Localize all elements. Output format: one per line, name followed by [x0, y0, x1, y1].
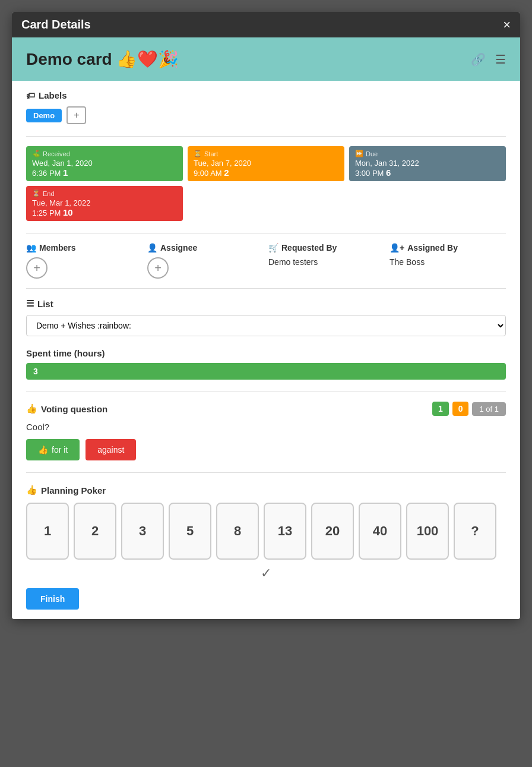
poker-card[interactable]: ?	[454, 503, 496, 560]
start-icon: ⏳	[194, 150, 202, 157]
poker-card[interactable]: 40	[359, 503, 401, 560]
requested-by-col: 🛒 Requested By Demo testers	[268, 243, 385, 267]
list-section: ☰ List Demo + Wishes :rainbow:	[26, 298, 506, 336]
poker-title: 👍 Planning Poker	[26, 485, 506, 495]
card-details-modal: Card Details × Demo card 👍❤️🎉 🔗 ☰ 🏷 Labe…	[12, 12, 520, 619]
chevron-down-icon[interactable]: ✓	[261, 566, 271, 581]
labels-row: Demo +	[26, 106, 506, 124]
add-assignee-button[interactable]: +	[147, 257, 169, 279]
spent-time-bar: 3	[26, 363, 506, 380]
assignee-icon: 👤	[147, 243, 157, 252]
labels-section: 🏷 Labels Demo +	[26, 90, 506, 124]
end-date: ⏳ End Tue, Mar 1, 20221:25 PM 10	[26, 186, 183, 221]
poker-icon: 👍	[26, 485, 37, 495]
finish-button[interactable]: Finish	[26, 588, 79, 610]
poker-chevron: ✓	[26, 566, 506, 581]
voting-icon: 👍	[26, 403, 37, 414]
vote-against-badge: 0	[452, 402, 469, 416]
poker-cards: 12358132040100?	[26, 503, 506, 560]
menu-icon[interactable]: ☰	[495, 52, 506, 67]
vote-against-button[interactable]: against	[86, 439, 136, 460]
poker-card[interactable]: 8	[216, 503, 259, 560]
card-body: 🏷 Labels Demo + ⛳ Received Wed, Jan 1,	[12, 81, 520, 619]
modal-header: Card Details ×	[12, 12, 520, 37]
add-label-button[interactable]: +	[66, 106, 86, 124]
card-title-actions: 🔗 ☰	[471, 52, 506, 67]
list-title: ☰ List	[26, 298, 506, 309]
card-title: Demo card 👍❤️🎉	[26, 49, 179, 69]
end-row: ⏳ End Tue, Mar 1, 20221:25 PM 10	[26, 186, 506, 221]
poker-card[interactable]: 5	[169, 503, 211, 560]
label-demo[interactable]: Demo	[26, 109, 62, 122]
vote-page-info: 1 of 1	[472, 402, 506, 416]
close-button[interactable]: ×	[503, 18, 511, 31]
dates-section: ⛳ Received Wed, Jan 1, 20206:36 PM 1 ⏳ S…	[26, 146, 506, 221]
poker-section: 👍 Planning Poker 12358132040100? ✓ Finis…	[26, 485, 506, 610]
labels-title: 🏷 Labels	[26, 90, 506, 100]
labels-icon: 🏷	[26, 90, 35, 100]
voting-header: 👍 Voting question 1 0 1 of 1	[26, 402, 506, 416]
assigned-by-value: The Boss	[390, 257, 506, 267]
received-date: ⛳ Received Wed, Jan 1, 20206:36 PM 1	[26, 146, 183, 181]
requested-by-icon: 🛒	[268, 243, 278, 252]
poker-card[interactable]: 3	[121, 503, 164, 560]
dates-grid: ⛳ Received Wed, Jan 1, 20206:36 PM 1 ⏳ S…	[26, 146, 506, 181]
poker-card[interactable]: 2	[74, 503, 116, 560]
list-icon: ☰	[26, 298, 34, 309]
assignee-col: 👤 Assignee +	[147, 243, 264, 279]
members-section: 👥 Members + 👤 Assignee + 🛒 Requested By	[26, 243, 506, 279]
add-member-button[interactable]: +	[26, 257, 48, 279]
members-col: 👥 Members +	[26, 243, 142, 279]
voting-question: Cool?	[26, 422, 506, 432]
vote-for-button[interactable]: 👍 for it	[26, 439, 80, 460]
vote-for-badge: 1	[432, 402, 449, 416]
poker-card[interactable]: 100	[406, 503, 449, 560]
poker-card[interactable]: 13	[264, 503, 306, 560]
card-title-bar: Demo card 👍❤️🎉 🔗 ☰	[12, 37, 520, 81]
modal-title: Card Details	[21, 18, 91, 31]
spent-time-label: Spent time (hours)	[26, 348, 506, 358]
list-select[interactable]: Demo + Wishes :rainbow:	[26, 315, 506, 336]
end-icon: ⏳	[32, 190, 40, 197]
assigned-by-icon: 👤+	[390, 243, 404, 252]
assigned-by-col: 👤+ Assigned By The Boss	[390, 243, 506, 267]
spent-time-section: Spent time (hours) 3	[26, 348, 506, 380]
voting-buttons: 👍 for it against	[26, 439, 506, 460]
start-date: ⏳ Start Tue, Jan 7, 20209:00 AM 2	[188, 146, 344, 181]
poker-card[interactable]: 1	[26, 503, 69, 560]
requested-by-value: Demo testers	[268, 257, 385, 267]
voting-section: 👍 Voting question 1 0 1 of 1 Cool? 👍 for…	[26, 402, 506, 460]
voting-badges: 1 0 1 of 1	[432, 402, 506, 416]
thumbs-up-icon: 👍	[38, 445, 48, 454]
members-icon: 👥	[26, 243, 36, 252]
received-icon: ⛳	[32, 150, 40, 157]
due-icon: ⏩	[355, 150, 363, 157]
due-date: ⏩ Due Mon, Jan 31, 20223:00 PM 6	[349, 146, 506, 181]
link-icon[interactable]: 🔗	[471, 52, 486, 67]
poker-card[interactable]: 20	[311, 503, 354, 560]
